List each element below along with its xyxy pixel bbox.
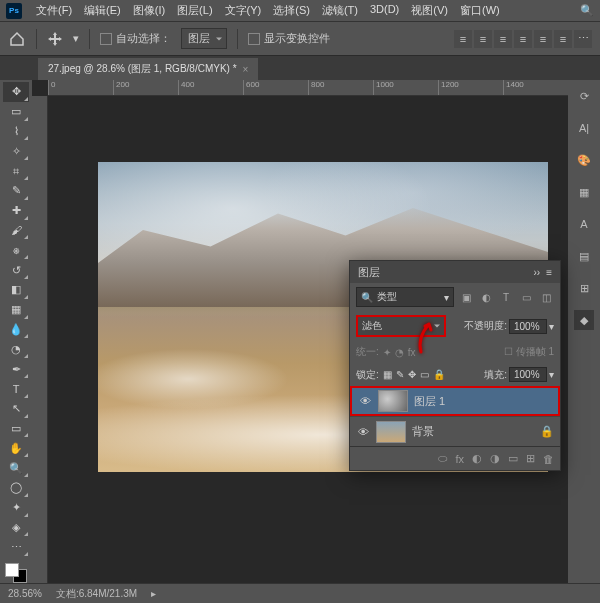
layer-thumbnail[interactable] (378, 390, 408, 412)
eraser-tool[interactable]: ◧ (3, 280, 29, 300)
layer-row-selected[interactable]: 👁 图层 1 (350, 386, 560, 416)
auto-select-dropdown[interactable]: 图层 (181, 28, 227, 49)
rect-tool[interactable]: ▭ (3, 419, 29, 439)
visibility-icon[interactable]: 👁 (358, 395, 372, 407)
heal-tool[interactable]: ✚ (3, 201, 29, 221)
lasso-tool[interactable]: ⌇ (3, 122, 29, 142)
tab-close-icon[interactable]: × (243, 64, 249, 75)
lock-artboard-icon[interactable]: ▭ (420, 369, 429, 380)
layer-filter-dropdown[interactable]: 🔍 类型 ▾ (356, 287, 454, 307)
opacity-value[interactable]: 100% (509, 319, 547, 334)
fx-icon[interactable]: fx (455, 453, 464, 465)
chevron-down-icon[interactable]: ▾ (549, 321, 554, 332)
zoom-level[interactable]: 28.56% (8, 588, 42, 599)
menu-item[interactable]: 窗口(W) (454, 3, 506, 18)
type-tool[interactable]: T (3, 379, 29, 399)
new-layer-icon[interactable]: ⊞ (526, 452, 535, 465)
layer-name[interactable]: 图层 1 (414, 394, 445, 409)
eyedrop-tool[interactable]: ✎ (3, 181, 29, 201)
lock-pixels-icon[interactable]: ▦ (383, 369, 392, 380)
unify-position-icon[interactable]: ✦ (383, 347, 391, 358)
document-size[interactable]: 文档:6.84M/21.3M (56, 587, 137, 601)
dodge-tool[interactable]: ◔ (3, 339, 29, 359)
align-bottom-icon[interactable]: ≡ (554, 30, 572, 48)
filter-image-icon[interactable]: ▣ (458, 290, 474, 304)
lock-all-icon[interactable]: 🔒 (433, 369, 445, 380)
char-panel-icon[interactable]: A| (574, 118, 594, 138)
more-tool[interactable]: ⋯ (3, 537, 29, 557)
crop-tool[interactable]: ⌗ (3, 161, 29, 181)
menu-item[interactable]: 文字(Y) (219, 3, 268, 18)
document-tab[interactable]: 27.jpeg @ 28.6% (图层 1, RGB/8/CMYK) * × (38, 58, 258, 80)
ruler-tick: 400 (178, 80, 243, 95)
tab-title: 27.jpeg @ 28.6% (图层 1, RGB/8/CMYK) * (48, 62, 237, 76)
custom-tool[interactable]: ✦ (3, 498, 29, 518)
color-panel-icon[interactable]: 🎨 (574, 150, 594, 170)
unify-visibility-icon[interactable]: ◔ (395, 347, 404, 358)
color-swatch[interactable] (5, 563, 27, 583)
menu-item[interactable]: 选择(S) (267, 3, 316, 18)
show-transform-checkbox[interactable]: 显示变换控件 (248, 31, 330, 46)
lock-brush-icon[interactable]: ✎ (396, 369, 404, 380)
search-icon[interactable]: 🔍 (580, 4, 594, 17)
move-tool[interactable]: ✥ (3, 82, 29, 102)
filter-text-icon[interactable]: T (498, 290, 514, 304)
align-center-icon[interactable]: ≡ (474, 30, 492, 48)
wand-tool[interactable]: ✧ (3, 141, 29, 161)
hand-tool[interactable]: ✋ (3, 438, 29, 458)
align-left-icon[interactable]: ≡ (454, 30, 472, 48)
brush-tool[interactable]: 🖌 (3, 221, 29, 241)
history-panel-icon[interactable]: ⟳ (574, 86, 594, 106)
adjustment-icon[interactable]: ◑ (490, 452, 500, 465)
link-icon[interactable]: ⬭ (438, 452, 447, 465)
lock-position-icon[interactable]: ✥ (408, 369, 416, 380)
blur-tool[interactable]: 💧 (3, 320, 29, 340)
swatches-panel-icon[interactable]: ▦ (574, 182, 594, 202)
visibility-icon[interactable]: 👁 (356, 426, 370, 438)
layer-row[interactable]: 👁 背景 🔒 (350, 416, 560, 446)
grid-panel-icon[interactable]: ⊞ (574, 278, 594, 298)
ruler-tick: 600 (243, 80, 308, 95)
gradient-tool[interactable]: ▦ (3, 300, 29, 320)
move-tool-icon[interactable] (47, 31, 63, 47)
zoom-tool[interactable]: 🔍 (3, 458, 29, 478)
menu-item[interactable]: 滤镜(T) (316, 3, 364, 18)
history-tool[interactable]: ↺ (3, 260, 29, 280)
menu-item[interactable]: 文件(F) (30, 3, 78, 18)
layer-thumbnail[interactable] (376, 421, 406, 443)
auto-select-checkbox[interactable]: 自动选择： (100, 31, 171, 46)
marquee-tool[interactable]: ▭ (3, 102, 29, 122)
fill-value[interactable]: 100% (509, 367, 547, 382)
ellipse-tool[interactable]: ◯ (3, 478, 29, 498)
align-top-icon[interactable]: ≡ (514, 30, 532, 48)
glyph-panel-icon[interactable]: A (574, 214, 594, 234)
menu-item[interactable]: 3D(D) (364, 3, 405, 18)
home-icon[interactable] (8, 30, 26, 48)
3d-tool[interactable]: ◈ (3, 518, 29, 538)
menu-item[interactable]: 视图(V) (405, 3, 454, 18)
panel-menu-icon[interactable]: ≡ (546, 267, 552, 278)
chevron-down-icon[interactable]: ▾ (73, 32, 79, 45)
layers-panel-icon[interactable]: ◆ (574, 310, 594, 330)
distribute-icon[interactable]: ⋯ (574, 30, 592, 48)
delete-icon[interactable]: 🗑 (543, 453, 554, 465)
chevron-right-icon[interactable]: ▸ (151, 588, 156, 599)
align-middle-icon[interactable]: ≡ (534, 30, 552, 48)
menu-item[interactable]: 图层(L) (171, 3, 218, 18)
pen-tool[interactable]: ✒ (3, 359, 29, 379)
group-icon[interactable]: ▭ (508, 452, 518, 465)
align-right-icon[interactable]: ≡ (494, 30, 512, 48)
filter-smart-icon[interactable]: ◫ (538, 290, 554, 304)
collapse-icon[interactable]: ›› (533, 267, 540, 278)
propagate-checkbox[interactable]: ☐ 传播帧 1 (504, 345, 554, 359)
path-tool[interactable]: ↖ (3, 399, 29, 419)
layer-name[interactable]: 背景 (412, 424, 434, 439)
filter-adjust-icon[interactable]: ◐ (478, 290, 494, 304)
stamp-tool[interactable]: ⎈ (3, 240, 29, 260)
filter-shape-icon[interactable]: ▭ (518, 290, 534, 304)
mask-icon[interactable]: ◐ (472, 452, 482, 465)
adjust-panel-icon[interactable]: ▤ (574, 246, 594, 266)
chevron-down-icon[interactable]: ▾ (549, 369, 554, 380)
menu-item[interactable]: 编辑(E) (78, 3, 127, 18)
menu-item[interactable]: 图像(I) (127, 3, 171, 18)
